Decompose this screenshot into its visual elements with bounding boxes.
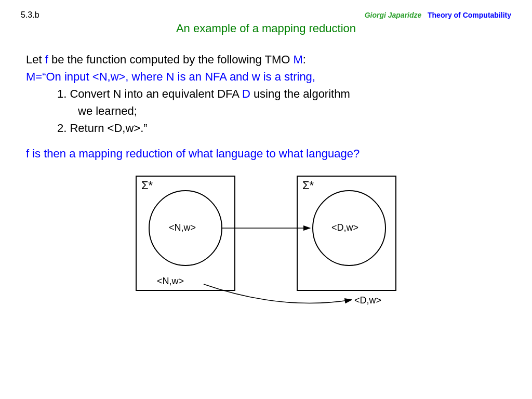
mapping-diagram: Σ* <N,w> <N,w> Σ* <D,w> <D,w> <box>84 171 448 306</box>
author-name: Giorgi Japaridze <box>365 11 422 19</box>
slide-title: An example of a mapping reduction <box>21 22 511 35</box>
line4: we learned; <box>26 102 511 119</box>
slide: 5.3.b Giorgi Japaridze Theory of Computa… <box>0 0 532 399</box>
line1-prefix: Let <box>26 53 45 66</box>
question: f is then a mapping reduction of what la… <box>21 147 511 161</box>
line5: 2. Return <D,w>.” <box>26 119 511 137</box>
diagram: Σ* <N,w> <N,w> Σ* <D,w> <D,w> <box>21 171 511 306</box>
question-text: f is then a mapping reduction of what la… <box>26 147 360 160</box>
right-outer-label: <D,w> <box>354 295 381 305</box>
left-box-label: Σ* <box>141 179 153 192</box>
slide-number: 5.3.b <box>21 10 39 20</box>
course-title: Theory of Computability <box>428 11 511 19</box>
right-box-label: Σ* <box>302 179 314 192</box>
header-right: Giorgi Japaridze Theory of Computability <box>365 11 511 19</box>
top-bar: 5.3.b Giorgi Japaridze Theory of Computa… <box>21 10 511 20</box>
line3-suffix: using the algorithm <box>250 87 350 100</box>
main-content: Let f be the function computed by the fo… <box>21 51 511 137</box>
line1: Let f be the function computed by the fo… <box>26 51 511 68</box>
line3-d: D <box>242 87 250 100</box>
right-inner-label: <D,w> <box>331 222 358 233</box>
line3: 1. Convert N into an equivalent DFA D us… <box>26 85 511 102</box>
line2: M=“On input <N,w>, where N is an NFA and… <box>26 68 511 85</box>
line1-colon: : <box>303 53 306 66</box>
line1-m: M <box>293 53 302 66</box>
left-inner-label: <N,w> <box>169 222 196 233</box>
left-outer-label: <N,w> <box>157 276 184 286</box>
line3-prefix: 1. Convert N into an equivalent DFA <box>57 87 242 100</box>
line1-suffix: be the function computed by the followin… <box>48 53 294 66</box>
